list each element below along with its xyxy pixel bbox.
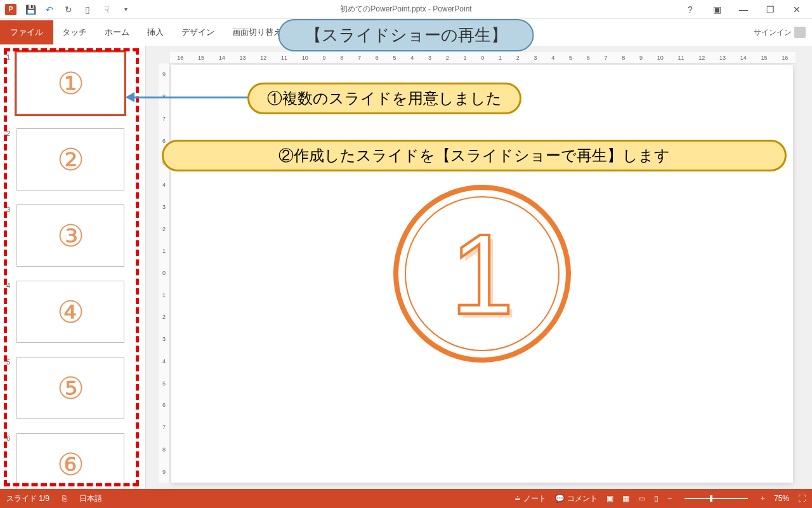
slideshow-view-icon[interactable]: ▯ [654, 494, 658, 503]
quick-access-toolbar: P 💾 ↶ ↻ ▯ ☟ ▾ [0, 4, 131, 15]
annotation-title: 【スライドショーの再生】 [278, 19, 534, 51]
comments-button[interactable]: 💬 コメント [555, 493, 598, 504]
thumbnail-number: 4 [6, 281, 13, 290]
tab-design[interactable]: デザイン [173, 20, 223, 44]
notes-label: ノート [523, 493, 546, 504]
title-bar: P 💾 ↶ ↻ ▯ ☟ ▾ 初めてのPowerPoint.pptx - Powe… [0, 0, 812, 19]
close-icon[interactable]: ✕ [789, 4, 804, 15]
thumbnail-row[interactable]: 3③ [6, 204, 139, 267]
qat-dropdown-icon[interactable]: ▾ [121, 4, 131, 15]
ribbon-display-icon[interactable]: ▣ [709, 4, 724, 15]
avatar-icon [794, 27, 806, 38]
slide-glyph-one: 1 [450, 208, 514, 340]
annotation-callout-2: ②作成したスライドを【スライドショーで再生】します [162, 140, 787, 171]
thumbnail-glyph: ⑥ [57, 446, 84, 482]
slide-content-circled-one: 1 1 [393, 185, 571, 363]
thumbnail-slide[interactable]: ③ [16, 204, 124, 267]
help-icon[interactable]: ? [683, 4, 698, 15]
horizontal-ruler: 1615141312111098765432101234567891011121… [170, 52, 796, 64]
touch-mode-icon[interactable]: ☟ [102, 4, 112, 15]
sign-in[interactable]: サインイン [754, 27, 812, 38]
thumbnail-slide[interactable]: ① [16, 52, 124, 114]
slide-counter[interactable]: スライド 1/9 [6, 493, 49, 504]
slide-canvas[interactable]: 1 1 [171, 65, 793, 483]
annotation-callout-1: ①複数のスライドを用意しました [247, 83, 521, 114]
redo-icon[interactable]: ↻ [63, 4, 74, 15]
save-icon[interactable]: 💾 [25, 4, 36, 15]
thumbnail-number: 2 [6, 128, 13, 137]
comments-label: コメント [567, 493, 598, 504]
normal-view-icon[interactable]: ▣ [606, 494, 613, 503]
thumbnail-slide[interactable]: ② [16, 128, 124, 190]
thumbnail-panel[interactable]: 1①2②3③4④5⑤6⑥ [0, 46, 146, 489]
tab-insert[interactable]: 挿入 [138, 20, 173, 44]
sign-in-label: サインイン [754, 27, 792, 38]
thumbnail-glyph: ① [57, 65, 84, 101]
thumbnail-glyph: ③ [57, 218, 84, 253]
language-indicator[interactable]: 日本語 [79, 493, 102, 504]
thumbnail-row[interactable]: 2② [6, 128, 139, 190]
thumbnail-row[interactable]: 1① [6, 52, 139, 114]
thumbnail-slide[interactable]: ④ [16, 281, 124, 343]
thumbnail-row[interactable]: 6⑥ [6, 433, 139, 489]
powerpoint-app-icon: P [5, 4, 16, 15]
zoom-slider[interactable] [684, 498, 748, 499]
tab-touch[interactable]: タッチ [53, 20, 96, 44]
minimize-icon[interactable]: — [736, 4, 751, 15]
workspace: 1①2②3③4④5⑤6⑥ 161514131211109876543210123… [0, 46, 812, 489]
tab-home[interactable]: ホーム [96, 20, 138, 44]
zoom-in-icon[interactable]: + [761, 494, 765, 503]
zoom-level[interactable]: 75% [774, 494, 789, 503]
window-controls: ? ▣ — ❐ ✕ [683, 4, 812, 15]
vertical-ruler: 9876543210123456789 [159, 64, 170, 483]
thumbnail-number: 6 [6, 433, 13, 442]
thumbnail-row[interactable]: 5⑤ [6, 357, 139, 419]
slide-sorter-icon[interactable]: ▦ [622, 494, 629, 503]
thumbnail-slide[interactable]: ⑥ [16, 433, 124, 489]
reading-view-icon[interactable]: ▭ [638, 494, 645, 503]
restore-icon[interactable]: ❐ [763, 4, 778, 15]
thumbnail-glyph: ④ [57, 294, 84, 330]
slide-edit-area[interactable]: 1615141312111098765432101234567891011121… [146, 46, 812, 489]
status-bar: スライド 1/9 ⎘ 日本語 ≐ ノート 💬 コメント ▣ ▦ ▭ ▯ − + … [0, 489, 812, 508]
thumbnail-glyph: ⑤ [57, 370, 84, 406]
thumbnail-number: 1 [6, 52, 13, 61]
thumbnail-number: 3 [6, 204, 13, 213]
thumbnail-slide[interactable]: ⑤ [16, 357, 124, 419]
fit-to-window-icon[interactable]: ⛶ [798, 494, 806, 503]
thumbnail-number: 5 [6, 357, 13, 366]
notes-button[interactable]: ≐ ノート [514, 493, 546, 504]
zoom-out-icon[interactable]: − [667, 494, 672, 503]
start-from-beginning-icon[interactable]: ▯ [82, 4, 93, 15]
window-title: 初めてのPowerPoint.pptx - PowerPoint [340, 4, 471, 15]
thumbnail-row[interactable]: 4④ [6, 281, 139, 343]
spellcheck-icon[interactable]: ⎘ [62, 494, 67, 503]
thumbnail-glyph: ② [57, 142, 84, 177]
tab-file[interactable]: ファイル [0, 20, 53, 44]
undo-icon[interactable]: ↶ [44, 4, 55, 15]
annotation-arrow [127, 97, 251, 98]
